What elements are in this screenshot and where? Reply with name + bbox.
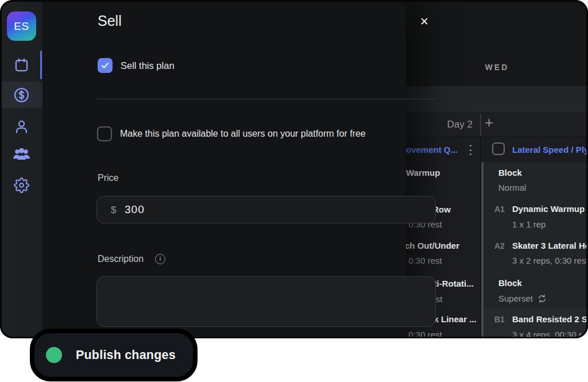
plan-title-link[interactable]: ovement Q...	[406, 145, 458, 155]
description-input[interactable]	[96, 276, 436, 327]
day-tab[interactable]: Day 2	[402, 119, 473, 130]
free-plan-checkbox[interactable]	[97, 126, 112, 141]
exercise-tag: A2	[494, 241, 505, 250]
currency-symbol: $	[111, 204, 116, 216]
superset-cycle-icon	[537, 294, 547, 303]
block-type: Normal	[498, 183, 526, 192]
exercise-tag: A1	[494, 204, 505, 214]
free-plan-label: Make this plan available to all users on…	[120, 129, 366, 139]
kebab-menu-icon[interactable]	[466, 145, 474, 155]
exercise-name: Warmup	[406, 168, 440, 178]
sidebar-item-billing[interactable]	[0, 82, 42, 108]
sell-plan-checkbox[interactable]	[98, 58, 113, 73]
publish-label: Publish changes	[76, 348, 176, 362]
app-window: WED Day 2 + ovement Q... Warmup Plank Ro…	[0, 0, 588, 338]
person-icon	[14, 119, 29, 134]
exercise-name: ch Out/Under	[405, 241, 459, 250]
exercise-detail: 1 x 1 rep	[512, 219, 546, 229]
sidebar: ES	[0, 0, 42, 338]
divider	[97, 99, 436, 99]
plan-checkbox[interactable]	[492, 142, 505, 155]
day-tab-divider	[480, 114, 481, 136]
dollar-circle-icon	[13, 87, 30, 103]
sidebar-item-groups[interactable]	[0, 141, 42, 167]
block-label: Block	[498, 278, 522, 288]
price-label: Price	[98, 173, 118, 183]
info-icon[interactable]: i	[155, 254, 165, 264]
sidebar-item-settings[interactable]	[0, 172, 42, 198]
people-group-icon	[13, 145, 30, 163]
exercise-tag: B1	[494, 315, 505, 324]
block-type: Superset	[498, 294, 547, 303]
sidebar-item-calendar[interactable]	[0, 52, 42, 78]
weekday-label: WED	[406, 63, 588, 72]
exercise-detail: , 0:30 rest	[404, 256, 442, 265]
price-field[interactable]: $	[96, 196, 436, 223]
exercise-detail: 3 x 4 reps, 00:30 re...	[512, 330, 588, 338]
close-icon[interactable]: ✕	[415, 11, 434, 31]
price-input[interactable]	[125, 196, 423, 223]
active-nav-indicator	[40, 51, 42, 79]
calendar-icon	[14, 57, 29, 73]
add-day-icon[interactable]: +	[485, 115, 493, 130]
plan-title-link[interactable]: Lateral Speed / Plyo	[512, 145, 588, 155]
publish-changes-button[interactable]: Publish changes	[30, 329, 198, 381]
description-label: Description	[98, 254, 144, 264]
exercise-name: Skater 3 Lateral Hop...	[512, 241, 588, 250]
block-label: Block	[498, 168, 522, 178]
exercise-detail: 3 x 2 reps, 0:30 rest	[512, 256, 588, 265]
modal-title: Sell	[98, 13, 122, 29]
status-dot-icon	[46, 347, 62, 363]
avatar[interactable]: ES	[7, 11, 36, 41]
gear-icon	[14, 178, 29, 193]
exercise-detail: , 0:30 rest	[404, 330, 442, 338]
sell-plan-label: Sell this plan	[121, 60, 175, 71]
sell-modal: Sell ✕ Sell this plan Make this plan ava…	[42, 0, 406, 338]
check-icon	[100, 61, 110, 70]
panel-accent-line	[481, 162, 483, 338]
sidebar-item-clients[interactable]	[0, 113, 42, 140]
calendar-subheader-band	[402, 86, 588, 113]
exercise-name: Band Resisted 2 Steps...	[512, 314, 588, 324]
exercise-name: Dynamic Warmup	[512, 204, 585, 214]
